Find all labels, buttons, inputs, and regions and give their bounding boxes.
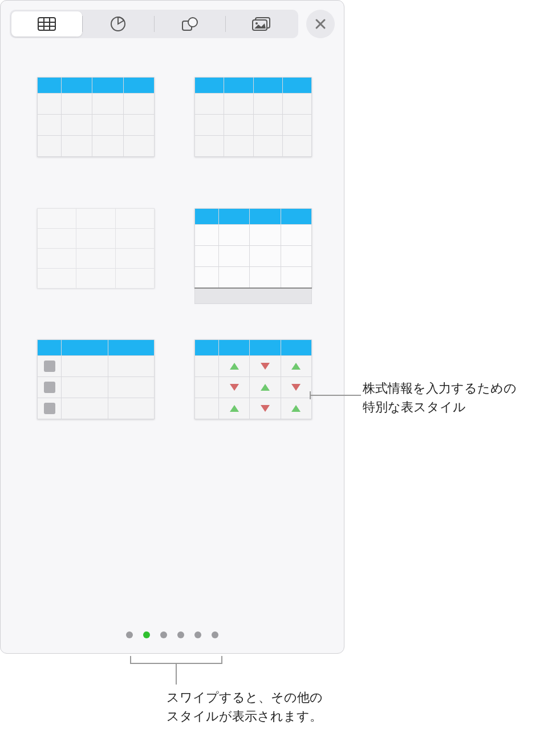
up-arrow-icon: [291, 405, 301, 412]
page-dot-1[interactable]: [126, 631, 133, 638]
insert-panel: [0, 0, 344, 654]
close-button[interactable]: [306, 10, 335, 38]
callout-bracket: [130, 656, 222, 664]
tab-table[interactable]: [11, 11, 82, 37]
table-style-header-blue-1[interactable]: [37, 77, 155, 157]
category-segmented-control: [10, 10, 298, 38]
page-dot-5[interactable]: [194, 631, 201, 638]
down-arrow-icon: [291, 384, 301, 391]
up-arrow-icon: [230, 363, 239, 370]
up-arrow-icon: [291, 363, 301, 370]
page-indicator: [1, 631, 344, 638]
svg-point-7: [188, 18, 197, 27]
stock-style-callout: 株式情報を入力するための 特別な表スタイル: [363, 379, 517, 416]
table-styles-grid: [1, 45, 344, 451]
up-arrow-icon: [261, 384, 270, 391]
up-arrow-icon: [230, 405, 239, 412]
tab-shape[interactable]: [155, 11, 225, 37]
callout-bracket-stem: [176, 664, 177, 685]
table-style-header-footer[interactable]: [194, 208, 312, 288]
close-icon: [315, 18, 326, 30]
svg-rect-0: [38, 18, 55, 30]
table-style-stock-arrows[interactable]: [194, 339, 312, 419]
callout-line: [310, 395, 361, 396]
page-dot-6[interactable]: [212, 631, 218, 638]
tab-chart[interactable]: [83, 11, 153, 37]
down-arrow-icon: [261, 405, 270, 412]
down-arrow-icon: [230, 384, 239, 391]
table-icon: [38, 17, 56, 31]
down-arrow-icon: [261, 363, 270, 370]
svg-point-10: [255, 22, 258, 25]
table-style-plain[interactable]: [37, 208, 155, 288]
table-style-checklist[interactable]: [37, 339, 155, 419]
pie-chart-icon: [110, 16, 126, 32]
insert-toolbar: [1, 1, 344, 45]
page-dot-2[interactable]: [143, 631, 150, 638]
shapes-icon: [181, 17, 198, 31]
page-dot-4[interactable]: [177, 631, 184, 638]
swipe-hint-callout: スワイプすると、その他の スタイルが表示されます。: [167, 688, 323, 726]
table-style-header-blue-2[interactable]: [194, 77, 312, 157]
tab-media[interactable]: [226, 11, 297, 37]
media-icon: [252, 17, 270, 31]
page-dot-3[interactable]: [160, 631, 167, 638]
